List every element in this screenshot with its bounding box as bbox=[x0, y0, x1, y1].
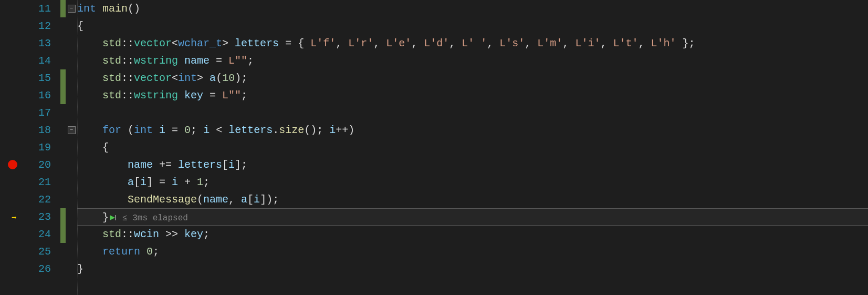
code-line: std::vector<int> a(10); bbox=[77, 69, 868, 87]
line-number: 13 bbox=[24, 35, 51, 52]
code-line bbox=[77, 104, 868, 121]
code-line: } bbox=[77, 260, 868, 278]
code-line-current: }≤ 3ms elapsed bbox=[77, 208, 868, 226]
change-indicator-gutter bbox=[60, 0, 66, 295]
code-line: a[i] = i + 1; bbox=[77, 174, 868, 191]
svg-marker-0 bbox=[110, 215, 115, 220]
code-line: int main() bbox=[77, 0, 868, 17]
perf-tip[interactable]: ≤ 3ms elapsed bbox=[122, 213, 188, 223]
code-line: name += letters[i]; bbox=[77, 156, 868, 174]
breakpoint-gutter[interactable]: ➡ bbox=[0, 0, 24, 295]
code-line: { bbox=[77, 17, 868, 35]
perf-play-icon[interactable] bbox=[109, 214, 116, 221]
fold-gutter[interactable]: − − bbox=[66, 0, 77, 295]
code-line: std::vector<wchar_t> letters = { L'f', L… bbox=[77, 35, 868, 52]
line-number: 20 bbox=[24, 156, 51, 174]
current-line-arrow-icon: ➡ bbox=[12, 212, 17, 223]
line-number: 15 bbox=[24, 69, 51, 87]
line-number-gutter: 11 12 13 14 15 16 17 18 19 20 21 22 23 2… bbox=[24, 0, 60, 295]
code-line: SendMessage(name, a[i]); bbox=[77, 191, 868, 208]
line-number: 14 bbox=[24, 52, 51, 69]
code-line: { bbox=[77, 139, 868, 156]
code-line: for (int i = 0; i < letters.size(); i++) bbox=[77, 121, 868, 139]
code-line: std::wstring key = L""; bbox=[77, 87, 868, 104]
fold-collapse-icon[interactable]: − bbox=[68, 126, 76, 134]
code-editor[interactable]: ➡ 11 12 13 14 15 16 17 18 19 20 21 22 23… bbox=[0, 0, 868, 295]
code-line: std::wcin >> key; bbox=[77, 226, 868, 243]
line-number: 24 bbox=[24, 226, 51, 243]
line-number: 23 bbox=[24, 208, 51, 226]
line-number: 11 bbox=[24, 0, 51, 17]
line-number: 19 bbox=[24, 139, 51, 156]
breakpoint-icon[interactable] bbox=[8, 160, 17, 169]
code-text-area[interactable]: int main() { std::vector<wchar_t> letter… bbox=[77, 0, 868, 295]
code-line: std::wstring name = L""; bbox=[77, 52, 868, 69]
line-number: 26 bbox=[24, 260, 51, 278]
line-number: 16 bbox=[24, 87, 51, 104]
code-line: return 0; bbox=[77, 243, 868, 260]
line-number: 21 bbox=[24, 174, 51, 191]
line-number: 12 bbox=[24, 17, 51, 35]
line-number: 25 bbox=[24, 243, 51, 260]
line-number: 18 bbox=[24, 121, 51, 139]
line-number: 22 bbox=[24, 191, 51, 208]
svg-rect-1 bbox=[115, 215, 116, 220]
line-number: 17 bbox=[24, 104, 51, 121]
fold-collapse-icon[interactable]: − bbox=[68, 5, 76, 13]
